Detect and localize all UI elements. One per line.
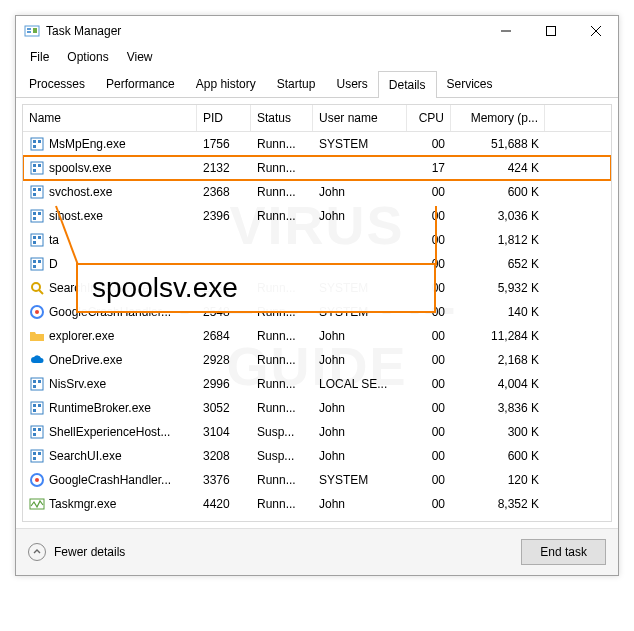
- cell-pid: 1756: [197, 137, 251, 151]
- cell-cpu: 00: [407, 425, 451, 439]
- process-icon: [29, 256, 45, 272]
- cell-user: John: [313, 497, 407, 511]
- cell-pid: 2684: [197, 329, 251, 343]
- table-row[interactable]: OneDrive.exe2928Runn...John002,168 K: [23, 348, 611, 372]
- svg-point-35: [35, 310, 39, 314]
- end-task-button[interactable]: End task: [521, 539, 606, 565]
- table-row[interactable]: Taskmgr.exe4420Runn...John008,352 K: [23, 492, 611, 516]
- cell-cpu: 00: [407, 449, 451, 463]
- process-name: MsMpEng.exe: [49, 137, 126, 151]
- cell-cpu: 00: [407, 353, 451, 367]
- tab-services[interactable]: Services: [436, 70, 504, 97]
- svg-rect-26: [38, 236, 41, 239]
- cell-name: GoogleCrashHandler...: [23, 472, 197, 488]
- cell-user: John: [313, 425, 407, 439]
- col-header-user[interactable]: User name: [313, 105, 407, 131]
- col-header-memory[interactable]: Memory (p...: [451, 105, 545, 131]
- svg-rect-31: [33, 265, 36, 268]
- process-name: svchost.exe: [49, 185, 112, 199]
- table-row[interactable]: ta001,812 K: [23, 228, 611, 252]
- fewer-details-button[interactable]: Fewer details: [28, 543, 125, 561]
- tab-startup[interactable]: Startup: [266, 70, 327, 97]
- tab-app-history[interactable]: App history: [185, 70, 267, 97]
- svg-rect-49: [33, 452, 36, 455]
- svg-rect-40: [31, 402, 43, 414]
- process-name: explorer.exe: [49, 329, 114, 343]
- cell-user: John: [313, 329, 407, 343]
- minimize-button[interactable]: [483, 16, 528, 46]
- svg-rect-38: [38, 380, 41, 383]
- cell-cpu: 00: [407, 209, 451, 223]
- svg-rect-50: [38, 452, 41, 455]
- process-icon: [29, 280, 45, 296]
- process-icon: [29, 208, 45, 224]
- menubar: File Options View: [16, 46, 618, 70]
- col-header-pid[interactable]: PID: [197, 105, 251, 131]
- process-icon: [29, 136, 45, 152]
- table-row[interactable]: NisSrv.exe2996Runn...LOCAL SE...004,004 …: [23, 372, 611, 396]
- col-header-cpu[interactable]: CPU: [407, 105, 451, 131]
- svg-rect-14: [38, 164, 41, 167]
- table-row[interactable]: svchost.exe2368Runn...John00600 K: [23, 180, 611, 204]
- svg-rect-3: [33, 28, 37, 33]
- cell-pid: 3376: [197, 473, 251, 487]
- table-row[interactable]: spoolsv.exe2132Runn...17424 K: [23, 156, 611, 180]
- cell-name: RuntimeBroker.exe: [23, 400, 197, 416]
- svg-point-32: [32, 283, 40, 291]
- close-button[interactable]: [573, 16, 618, 46]
- svg-rect-44: [31, 426, 43, 438]
- svg-rect-22: [38, 212, 41, 215]
- process-name: RuntimeBroker.exe: [49, 401, 151, 415]
- table-body[interactable]: MsMpEng.exe1756Runn...SYSTEM0051,688 Ksp…: [23, 132, 611, 521]
- tab-processes[interactable]: Processes: [18, 70, 96, 97]
- cell-user: LOCAL SE...: [313, 377, 407, 391]
- menu-options[interactable]: Options: [59, 48, 116, 66]
- cell-memory: 3,036 K: [451, 209, 545, 223]
- menu-view[interactable]: View: [119, 48, 161, 66]
- tab-details[interactable]: Details: [378, 71, 437, 98]
- table-row[interactable]: RuntimeBroker.exe3052Runn...John003,836 …: [23, 396, 611, 420]
- cell-status: Runn...: [251, 209, 313, 223]
- col-header-name[interactable]: Name: [23, 105, 197, 131]
- process-icon: [29, 184, 45, 200]
- app-icon: [24, 23, 40, 39]
- svg-rect-48: [31, 450, 43, 462]
- table-row[interactable]: sihost.exe2396Runn...John003,036 K: [23, 204, 611, 228]
- process-name: OneDrive.exe: [49, 353, 122, 367]
- cell-memory: 11,284 K: [451, 329, 545, 343]
- table-row[interactable]: GoogleCrashHandler...3376Runn...SYSTEM00…: [23, 468, 611, 492]
- table-row[interactable]: SearchUI.exe3208Susp...John00600 K: [23, 444, 611, 468]
- process-name: spoolsv.exe: [49, 161, 111, 175]
- maximize-button[interactable]: [528, 16, 573, 46]
- tabs: Processes Performance App history Startu…: [16, 70, 618, 98]
- cell-status: Susp...: [251, 425, 313, 439]
- tab-performance[interactable]: Performance: [95, 70, 186, 97]
- cell-name: SearchUI.exe: [23, 448, 197, 464]
- cell-user: John: [313, 449, 407, 463]
- process-icon: [29, 160, 45, 176]
- cell-user: John: [313, 185, 407, 199]
- table-row[interactable]: ShellExperienceHost...3104Susp...John003…: [23, 420, 611, 444]
- svg-rect-25: [33, 236, 36, 239]
- cell-user: John: [313, 353, 407, 367]
- menu-file[interactable]: File: [22, 48, 57, 66]
- tab-users[interactable]: Users: [325, 70, 378, 97]
- svg-line-33: [39, 290, 43, 294]
- cell-status: Susp...: [251, 449, 313, 463]
- cell-pid: 3104: [197, 425, 251, 439]
- chevron-up-icon: [28, 543, 46, 561]
- cell-memory: 300 K: [451, 425, 545, 439]
- process-icon: [29, 376, 45, 392]
- col-header-status[interactable]: Status: [251, 105, 313, 131]
- table-row[interactable]: MsMpEng.exe1756Runn...SYSTEM0051,688 K: [23, 132, 611, 156]
- cell-memory: 2,168 K: [451, 353, 545, 367]
- process-name: NisSrv.exe: [49, 377, 106, 391]
- cell-status: Runn...: [251, 473, 313, 487]
- process-name: D: [49, 257, 58, 271]
- table-row[interactable]: explorer.exe2684Runn...John0011,284 K: [23, 324, 611, 348]
- svg-rect-16: [31, 186, 43, 198]
- process-icon: [29, 448, 45, 464]
- svg-rect-51: [33, 457, 36, 460]
- cell-cpu: 00: [407, 329, 451, 343]
- svg-rect-41: [33, 404, 36, 407]
